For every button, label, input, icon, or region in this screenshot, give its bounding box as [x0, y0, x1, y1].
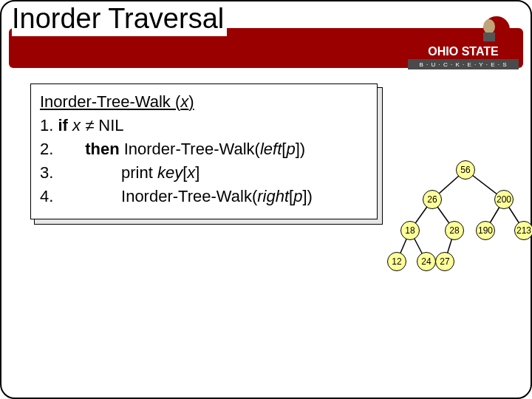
svg-point-33 [436, 253, 454, 271]
code-line-2: 2. then Inorder-Tree-Walk(left[p]) [40, 137, 368, 161]
svg-text:12: 12 [392, 256, 402, 267]
code-line-3: 3. print key[x] [40, 161, 368, 185]
code-heading: Inorder-Tree-Walk (x) [40, 90, 368, 114]
svg-text:200: 200 [497, 194, 511, 205]
logo-main-text: OHIO STATE [428, 45, 499, 58]
code-box-shadow: Inorder-Tree-Walk (x) 1. if x ≠ NIL 2. t… [34, 87, 383, 225]
svg-text:24: 24 [421, 256, 432, 267]
tree-node-190: 190 [477, 222, 495, 240]
tree-node-18: 18 [401, 222, 420, 240]
slide-title: Inorder Traversal [12, 3, 227, 36]
logo-sub-text: B · U · C · K · E · Y · E · S [420, 61, 508, 68]
svg-rect-5 [483, 33, 495, 41]
tree-node-28: 28 [446, 222, 464, 240]
svg-text:56: 56 [460, 165, 471, 175]
svg-line-9 [432, 200, 454, 231]
svg-text:190: 190 [478, 225, 493, 236]
svg-line-7 [466, 170, 504, 200]
ohio-state-logo: OHIO STATE B · U · C · K · E · Y · E · S [408, 13, 519, 72]
svg-text:26: 26 [427, 194, 437, 205]
svg-point-4 [483, 19, 495, 34]
svg-point-29 [388, 253, 406, 271]
svg-point-27 [515, 222, 533, 240]
pseudocode: Inorder-Tree-Walk (x) 1. if x ≠ NIL 2. t… [30, 83, 378, 219]
svg-point-31 [417, 253, 436, 271]
tree-node-12: 12 [388, 253, 406, 271]
svg-line-6 [432, 170, 466, 200]
svg-text:27: 27 [440, 256, 450, 267]
tree-node-27: 27 [436, 253, 454, 271]
svg-point-25 [477, 222, 495, 240]
svg-line-10 [485, 200, 504, 231]
svg-line-11 [504, 200, 524, 231]
tree-node-26: 26 [423, 191, 442, 209]
svg-text:213: 213 [516, 225, 531, 236]
svg-line-13 [410, 231, 426, 262]
svg-point-19 [495, 191, 514, 209]
tree-node-213: 213 [515, 222, 533, 240]
code-line-1: 1. if x ≠ NIL [40, 114, 368, 137]
slide: Inorder Traversal OHIO STATE B · U · C ·… [0, 0, 532, 399]
svg-point-17 [423, 191, 442, 209]
svg-line-8 [410, 200, 432, 231]
svg-text:18: 18 [405, 225, 415, 236]
svg-point-21 [401, 222, 420, 240]
svg-text:28: 28 [449, 225, 460, 236]
svg-point-23 [446, 222, 464, 240]
svg-line-12 [397, 231, 410, 262]
tree-node-56: 56 [457, 161, 475, 180]
tree-node-200: 200 [495, 191, 514, 209]
svg-line-14 [445, 231, 454, 262]
tree-node-24: 24 [417, 253, 436, 271]
svg-point-15 [457, 161, 475, 180]
code-line-4: 4. Inorder-Tree-Walk(right[p]) [40, 185, 368, 208]
